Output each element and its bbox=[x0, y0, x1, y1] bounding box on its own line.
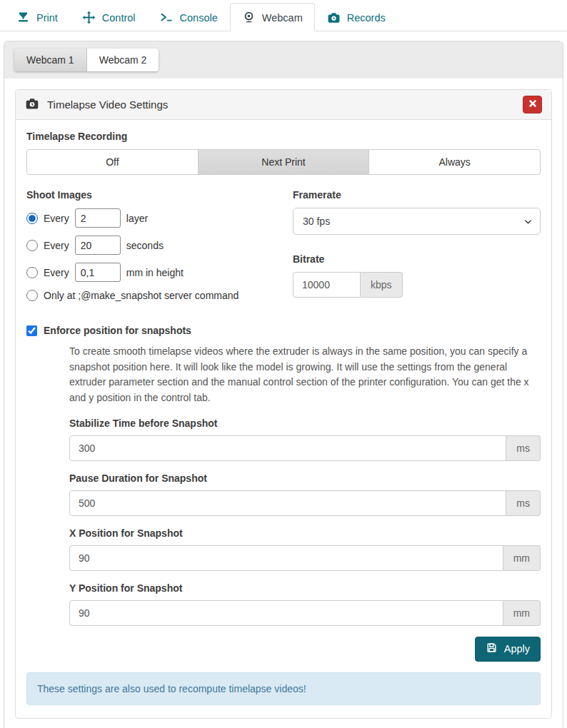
panel-header: Timelapse Video Settings bbox=[16, 90, 551, 120]
webcam-switch-group: Webcam 1 Webcam 2 bbox=[14, 49, 159, 71]
encoding-column: Framerate 30 fps bbox=[284, 189, 541, 309]
stabilize-time-field: Stabilize Time before Snapshot ms bbox=[69, 418, 541, 461]
enforce-position-option[interactable]: Enforce position for snapshots bbox=[26, 325, 541, 336]
pause-duration-label: Pause Duration for Snapshot bbox=[69, 472, 541, 484]
option-prefix: Every bbox=[44, 240, 69, 251]
pause-duration-field: Pause Duration for Snapshot ms bbox=[69, 472, 541, 516]
option-suffix: mm in height bbox=[126, 267, 184, 278]
framerate-label: Framerate bbox=[293, 189, 541, 201]
close-icon bbox=[528, 99, 537, 110]
shoot-every-seconds-option[interactable]: Every seconds bbox=[26, 236, 274, 255]
stabilize-time-label: Stabilize Time before Snapshot bbox=[69, 418, 541, 429]
move-icon bbox=[82, 11, 96, 24]
timelapse-recording-label: Timelapse Recording bbox=[26, 131, 541, 142]
tab-print[interactable]: Print bbox=[4, 3, 70, 31]
recording-next-print-button[interactable]: Next Print bbox=[198, 149, 370, 175]
shoot-server-command-radio[interactable] bbox=[26, 290, 38, 301]
stabilize-time-unit: ms bbox=[506, 435, 541, 461]
tab-label: Console bbox=[180, 12, 218, 24]
y-position-unit: mm bbox=[503, 600, 541, 626]
framerate-select-wrap: 30 fps bbox=[293, 208, 541, 235]
recording-off-button[interactable]: Off bbox=[26, 149, 199, 175]
webcam-1-button[interactable]: Webcam 1 bbox=[14, 49, 87, 71]
camera-icon bbox=[25, 96, 39, 113]
recompute-info-alert: These settings are also used to recomput… bbox=[26, 672, 541, 705]
panel-body: Timelapse Recording Off Next Print Alway… bbox=[16, 120, 551, 718]
shoot-every-seconds-radio[interactable] bbox=[26, 240, 38, 251]
shoot-images-label: Shoot Images bbox=[26, 189, 274, 201]
enforce-position-label: Enforce position for snapshots bbox=[44, 325, 191, 336]
recording-mode-group: Off Next Print Always bbox=[26, 149, 541, 175]
enforce-position-description: To create smooth timelapse videos where … bbox=[69, 344, 541, 406]
webcam-tab-content: Webcam 1 Webcam 2 Timelapse Video Settin… bbox=[4, 41, 563, 728]
settings-columns: Shoot Images Every layer Every bbox=[26, 189, 541, 309]
layer-count-input[interactable] bbox=[75, 208, 121, 228]
terminal-icon bbox=[160, 11, 174, 24]
bitrate-input-group: kbps bbox=[293, 272, 541, 298]
option-prefix: Every bbox=[44, 213, 69, 224]
apply-row: Apply bbox=[26, 637, 541, 662]
camera-icon bbox=[327, 11, 341, 24]
close-button[interactable] bbox=[523, 96, 542, 113]
shoot-every-mm-radio[interactable] bbox=[26, 267, 38, 278]
x-position-label: X Position for Snapshot bbox=[69, 527, 541, 539]
y-position-field: Y Position for Snapshot mm bbox=[69, 582, 541, 626]
enforce-position-checkbox[interactable] bbox=[26, 325, 37, 336]
option-prefix: Every bbox=[44, 267, 69, 278]
y-position-label: Y Position for Snapshot bbox=[69, 582, 541, 594]
panel-title: Timelapse Video Settings bbox=[47, 98, 168, 111]
shoot-images-column: Shoot Images Every layer Every bbox=[26, 189, 284, 309]
webcam-body: Timelapse Video Settings Timelapse Recor… bbox=[4, 79, 563, 728]
apply-label: Apply bbox=[504, 643, 530, 654]
tab-webcam[interactable]: Webcam bbox=[230, 3, 315, 31]
pause-duration-unit: ms bbox=[506, 490, 541, 516]
webcam-2-button[interactable]: Webcam 2 bbox=[87, 49, 159, 71]
enforce-position-section: To create smooth timelapse videos where … bbox=[69, 344, 541, 626]
save-icon bbox=[486, 642, 498, 656]
tab-control[interactable]: Control bbox=[70, 3, 148, 31]
webcam-icon bbox=[242, 11, 256, 24]
option-suffix: layer bbox=[126, 213, 148, 224]
recording-always-button[interactable]: Always bbox=[368, 149, 541, 175]
bitrate-input[interactable] bbox=[293, 272, 361, 298]
stabilize-time-input[interactable] bbox=[69, 435, 506, 461]
tab-console[interactable]: Console bbox=[148, 3, 230, 31]
mm-height-input[interactable] bbox=[75, 263, 121, 282]
shoot-every-layer-option[interactable]: Every layer bbox=[26, 208, 274, 228]
apply-button[interactable]: Apply bbox=[475, 637, 541, 662]
seconds-count-input[interactable] bbox=[75, 236, 121, 255]
tab-label: Control bbox=[102, 12, 136, 24]
y-position-input[interactable] bbox=[69, 600, 503, 626]
page: Print Control Console bbox=[0, 0, 567, 728]
shoot-server-command-option[interactable]: Only at ;@make_snapshot server command bbox=[26, 290, 274, 301]
bitrate-unit: kbps bbox=[361, 272, 403, 298]
tab-label: Records bbox=[347, 12, 386, 24]
x-position-unit: mm bbox=[503, 545, 541, 571]
pause-duration-input[interactable] bbox=[69, 490, 506, 516]
option-label: Only at ;@make_snapshot server command bbox=[44, 290, 239, 301]
timelapse-settings-panel: Timelapse Video Settings Timelapse Recor… bbox=[15, 89, 552, 719]
x-position-field: X Position for Snapshot mm bbox=[69, 527, 541, 571]
webcam-switch-bar: Webcam 1 Webcam 2 bbox=[4, 41, 563, 79]
tab-label: Print bbox=[36, 12, 58, 24]
bitrate-label: Bitrate bbox=[293, 253, 541, 265]
alert-text: These settings are also used to recomput… bbox=[37, 683, 306, 694]
shoot-every-layer-radio[interactable] bbox=[26, 213, 38, 224]
x-position-input[interactable] bbox=[69, 545, 503, 571]
option-suffix: seconds bbox=[126, 240, 164, 251]
tab-label: Webcam bbox=[262, 12, 303, 24]
printer-icon bbox=[16, 11, 30, 24]
tab-records[interactable]: Records bbox=[315, 3, 398, 31]
main-tab-bar: Print Control Console bbox=[0, 0, 567, 31]
framerate-select[interactable]: 30 fps bbox=[293, 208, 541, 235]
shoot-every-mm-option[interactable]: Every mm in height bbox=[26, 263, 274, 282]
